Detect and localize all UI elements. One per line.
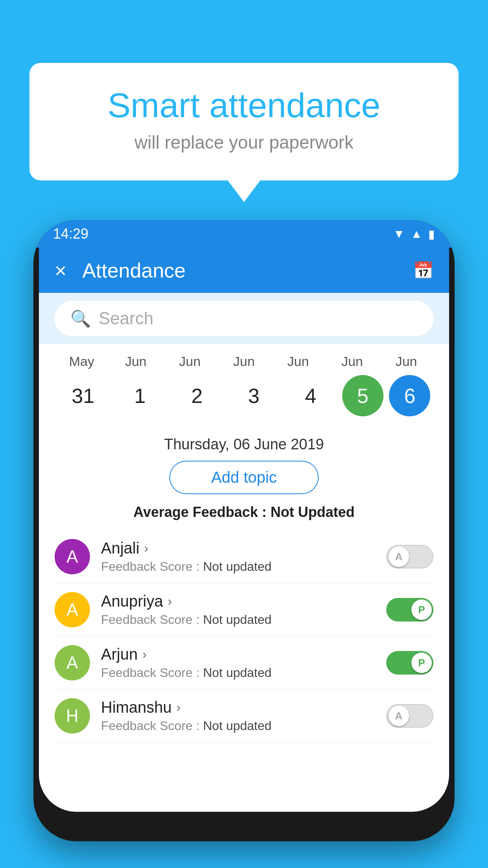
speech-bubble-container: Smart attendance will replace your paper… — [29, 63, 459, 180]
student-row[interactable]: A Arjun › Feedback Score : Not updated P — [55, 636, 433, 690]
cal-date-selected[interactable]: 6 — [389, 375, 430, 416]
avg-feedback-label: Average Feedback : — [134, 504, 267, 520]
cal-month-1[interactable]: Jun — [110, 354, 161, 369]
student-name[interactable]: Arjun › — [101, 645, 375, 663]
student-info: Anupriya › Feedback Score : Not updated — [101, 592, 375, 627]
student-info: Arjun › Feedback Score : Not updated — [101, 645, 375, 680]
feedback-value: Not updated — [203, 719, 272, 733]
chevron-right-icon: › — [168, 594, 172, 609]
speech-bubble-subtitle: will replace your paperwork — [61, 132, 427, 153]
cal-month-5[interactable]: Jun — [327, 354, 378, 369]
cal-date-3[interactable]: 3 — [228, 384, 279, 408]
calendar-icon[interactable]: 📅 — [413, 261, 433, 280]
attendance-toggle[interactable]: A — [386, 704, 433, 728]
student-avatar: A — [55, 592, 90, 627]
search-icon: 🔍 — [70, 309, 91, 328]
student-feedback: Feedback Score : Not updated — [101, 719, 375, 733]
app-bar: × Attendance 📅 — [39, 248, 449, 293]
cal-month-0[interactable]: May — [56, 354, 107, 369]
student-feedback: Feedback Score : Not updated — [101, 666, 375, 680]
cal-date-2[interactable]: 2 — [171, 384, 222, 408]
cal-month-6[interactable]: Jun — [381, 354, 432, 369]
chevron-right-icon: › — [176, 700, 181, 715]
content-area: Thursday, 06 June 2019 Add topic Average… — [39, 426, 449, 812]
status-icons: ▼ ▲ ▮ — [393, 227, 435, 241]
calendar-strip: May Jun Jun Jun Jun Jun Jun 31 1 2 3 4 5… — [39, 344, 449, 426]
attendance-toggle-container[interactable]: A — [386, 704, 433, 728]
student-info: Anjali › Feedback Score : Not updated — [101, 539, 375, 574]
selected-date-header: Thursday, 06 June 2019 — [55, 426, 433, 461]
close-button[interactable]: × — [55, 259, 66, 282]
attendance-toggle[interactable]: P — [386, 598, 433, 622]
speech-bubble: Smart attendance will replace your paper… — [29, 63, 459, 180]
student-info: Himanshu › Feedback Score : Not updated — [101, 699, 375, 733]
cal-month-4[interactable]: Jun — [273, 354, 324, 369]
toggle-thumb: P — [411, 653, 432, 673]
student-name[interactable]: Himanshu › — [101, 699, 375, 716]
student-avatar: A — [55, 539, 90, 574]
search-bar-container: 🔍 Search — [39, 293, 449, 344]
student-row[interactable]: H Himanshu › Feedback Score : Not update… — [55, 690, 433, 743]
cal-date-0[interactable]: 31 — [57, 384, 108, 408]
signal-icon: ▲ — [411, 227, 422, 241]
attendance-toggle-container[interactable]: A — [386, 545, 433, 568]
search-bar[interactable]: 🔍 Search — [55, 301, 433, 336]
status-bar: 14:29 ▼ ▲ ▮ — [33, 220, 455, 248]
chevron-right-icon: › — [142, 647, 147, 662]
attendance-toggle-container[interactable]: P — [386, 598, 433, 622]
wifi-icon: ▼ — [393, 227, 405, 241]
phone-container: 14:29 ▼ ▲ ▮ × Attendance 📅 🔍 Se — [33, 220, 455, 868]
attendance-toggle[interactable]: A — [386, 545, 433, 568]
status-time: 14:29 — [53, 226, 88, 242]
toggle-thumb: A — [389, 546, 409, 567]
avg-feedback-value: Not Updated — [270, 504, 354, 520]
student-name[interactable]: Anupriya › — [101, 592, 375, 610]
student-row[interactable]: A Anupriya › Feedback Score : Not update… — [55, 583, 433, 636]
student-name[interactable]: Anjali › — [101, 539, 375, 557]
attendance-toggle-container[interactable]: P — [386, 651, 433, 675]
cal-date-today[interactable]: 5 — [342, 375, 383, 416]
search-placeholder: Search — [99, 309, 153, 328]
cal-date-4[interactable]: 4 — [285, 384, 336, 408]
battery-icon: ▮ — [428, 227, 435, 241]
student-feedback: Feedback Score : Not updated — [101, 612, 375, 627]
toggle-thumb: P — [411, 600, 432, 620]
feedback-value: Not updated — [203, 612, 272, 627]
toggle-thumb: A — [389, 706, 409, 726]
student-row[interactable]: A Anjali › Feedback Score : Not updated … — [55, 530, 433, 583]
phone: 14:29 ▼ ▲ ▮ × Attendance 📅 🔍 Se — [33, 220, 455, 841]
feedback-value: Not updated — [203, 559, 272, 574]
cal-date-1[interactable]: 1 — [114, 384, 165, 408]
calendar-months: May Jun Jun Jun Jun Jun Jun — [55, 354, 433, 369]
students-list: A Anjali › Feedback Score : Not updated … — [55, 530, 433, 743]
calendar-dates: 31 1 2 3 4 5 6 — [55, 375, 433, 416]
student-feedback: Feedback Score : Not updated — [101, 559, 375, 574]
student-avatar: A — [55, 645, 90, 680]
chevron-right-icon: › — [144, 541, 149, 555]
add-topic-button[interactable]: Add topic — [169, 461, 319, 494]
speech-bubble-title: Smart attendance — [61, 86, 427, 125]
cal-month-3[interactable]: Jun — [218, 354, 270, 369]
cal-month-2[interactable]: Jun — [164, 354, 215, 369]
avg-feedback: Average Feedback : Not Updated — [55, 504, 433, 520]
student-avatar: H — [55, 698, 90, 734]
feedback-value: Not updated — [203, 666, 272, 680]
app-bar-title: Attendance — [82, 259, 413, 282]
attendance-toggle[interactable]: P — [386, 651, 433, 675]
app-screen: × Attendance 📅 🔍 Search May Jun Jun Jun … — [39, 248, 449, 812]
